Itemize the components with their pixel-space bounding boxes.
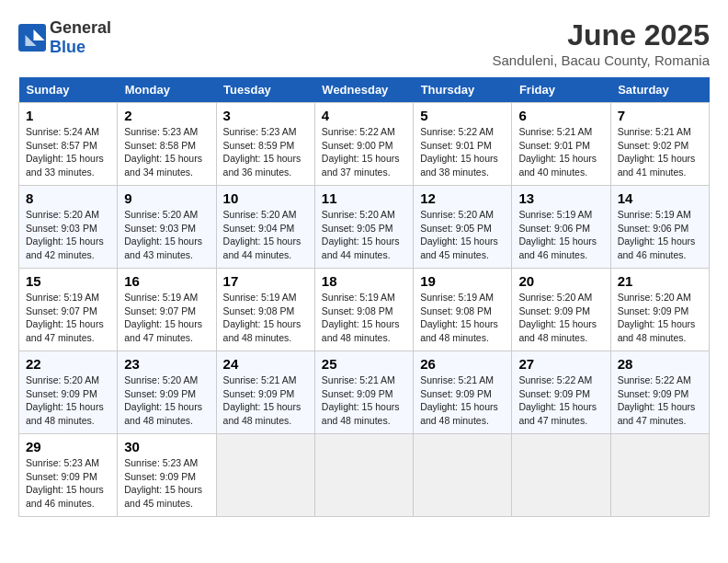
cell-info: Sunrise: 5:22 AMSunset: 9:01 PMDaylight:… [420,125,505,179]
calendar-cell-empty-3-6 [610,434,709,517]
day-header-thursday: Thursday [414,77,512,103]
day-number: 6 [518,108,603,123]
day-header-friday: Friday [512,77,610,103]
day-number: 18 [322,273,406,289]
cell-info: Sunrise: 5:19 AMSunset: 9:08 PMDaylight:… [223,291,308,345]
day-number: 26 [420,356,505,372]
calendar-cell-11: 11Sunrise: 5:20 AMSunset: 9:05 PMDayligh… [314,186,413,269]
calendar-cell-9: 9Sunrise: 5:20 AMSunset: 9:03 PMDaylight… [118,186,216,269]
cell-info: Sunrise: 5:21 AMSunset: 9:09 PMDaylight:… [223,373,308,428]
logo-general: General [50,18,111,37]
day-header-sunday: Sunday [19,77,118,103]
calendar-cell-15: 15Sunrise: 5:19 AMSunset: 9:07 PMDayligh… [19,269,118,351]
calendar-cell-2: 2Sunrise: 5:23 AMSunset: 8:58 PMDaylight… [118,103,216,186]
cell-info: Sunrise: 5:21 AMSunset: 9:01 PMDaylight:… [518,125,603,179]
cell-info: Sunrise: 5:23 AMSunset: 8:58 PMDaylight:… [124,125,209,179]
day-number: 27 [518,356,603,372]
calendar-cell-empty-3-2 [216,434,314,517]
calendar-cell-28: 28Sunrise: 5:22 AMSunset: 9:09 PMDayligh… [610,351,709,434]
cell-info: Sunrise: 5:23 AMSunset: 9:09 PMDaylight:… [26,456,110,511]
day-number: 10 [223,190,308,206]
calendar-cell-1: 1Sunrise: 5:24 AMSunset: 8:57 PMDaylight… [19,103,118,186]
day-number: 30 [124,439,209,454]
day-number: 22 [26,356,110,372]
calendar-cell-26: 26Sunrise: 5:21 AMSunset: 9:09 PMDayligh… [414,351,512,434]
calendar-cell-5: 5Sunrise: 5:22 AMSunset: 9:01 PMDaylight… [414,103,512,186]
calendar-cell-empty-3-5 [512,434,610,517]
calendar-week-1: 8Sunrise: 5:20 AMSunset: 9:03 PMDaylight… [19,186,710,269]
calendar-week-0: 1Sunrise: 5:24 AMSunset: 8:57 PMDaylight… [19,103,710,186]
day-number: 9 [124,190,209,206]
cell-info: Sunrise: 5:20 AMSunset: 9:09 PMDaylight:… [618,291,702,345]
day-number: 28 [618,356,702,372]
logo: General Blue [18,18,111,57]
cell-info: Sunrise: 5:20 AMSunset: 9:05 PMDaylight:… [420,208,505,262]
calendar-cell-6: 6Sunrise: 5:21 AMSunset: 9:01 PMDaylight… [512,103,610,186]
day-number: 12 [420,190,505,206]
calendar-cell-25: 25Sunrise: 5:21 AMSunset: 9:09 PMDayligh… [314,351,413,434]
day-number: 16 [124,273,209,289]
calendar-cell-29: 29Sunrise: 5:23 AMSunset: 9:09 PMDayligh… [19,434,118,517]
day-header-saturday: Saturday [610,77,709,103]
day-number: 8 [26,190,110,206]
calendar-cell-4: 4Sunrise: 5:22 AMSunset: 9:00 PMDaylight… [314,103,413,186]
calendar-week-2: 15Sunrise: 5:19 AMSunset: 9:07 PMDayligh… [19,269,710,351]
calendar-cell-17: 17Sunrise: 5:19 AMSunset: 9:08 PMDayligh… [216,269,314,351]
day-number: 23 [124,356,209,372]
logo-icon [18,24,46,52]
cell-info: Sunrise: 5:21 AMSunset: 9:02 PMDaylight:… [618,125,702,179]
day-number: 13 [518,190,603,206]
day-number: 14 [618,190,702,206]
calendar-cell-30: 30Sunrise: 5:23 AMSunset: 9:09 PMDayligh… [118,434,216,517]
cell-info: Sunrise: 5:20 AMSunset: 9:03 PMDaylight:… [26,208,110,262]
calendar-cell-21: 21Sunrise: 5:20 AMSunset: 9:09 PMDayligh… [610,269,709,351]
cell-info: Sunrise: 5:19 AMSunset: 9:08 PMDaylight:… [420,291,505,345]
cell-info: Sunrise: 5:21 AMSunset: 9:09 PMDaylight:… [420,373,505,428]
cell-info: Sunrise: 5:19 AMSunset: 9:07 PMDaylight:… [124,291,209,345]
calendar-cell-23: 23Sunrise: 5:20 AMSunset: 9:09 PMDayligh… [118,351,216,434]
day-number: 11 [322,190,406,206]
calendar-cell-13: 13Sunrise: 5:19 AMSunset: 9:06 PMDayligh… [512,186,610,269]
day-number: 17 [223,273,308,289]
calendar-header-row: SundayMondayTuesdayWednesdayThursdayFrid… [19,77,710,103]
cell-info: Sunrise: 5:19 AMSunset: 9:07 PMDaylight:… [26,291,110,345]
calendar-cell-12: 12Sunrise: 5:20 AMSunset: 9:05 PMDayligh… [414,186,512,269]
cell-info: Sunrise: 5:20 AMSunset: 9:09 PMDaylight:… [518,291,603,345]
cell-info: Sunrise: 5:23 AMSunset: 9:09 PMDaylight:… [124,456,209,511]
logo-blue: Blue [50,38,85,56]
cell-info: Sunrise: 5:20 AMSunset: 9:04 PMDaylight:… [223,208,308,262]
calendar-cell-18: 18Sunrise: 5:19 AMSunset: 9:08 PMDayligh… [314,269,413,351]
title-area: June 2025 Sanduleni, Bacau County, Roman… [492,18,710,68]
day-number: 7 [618,108,702,123]
calendar-cell-27: 27Sunrise: 5:22 AMSunset: 9:09 PMDayligh… [512,351,610,434]
cell-info: Sunrise: 5:20 AMSunset: 9:05 PMDaylight:… [322,208,406,262]
calendar-cell-10: 10Sunrise: 5:20 AMSunset: 9:04 PMDayligh… [216,186,314,269]
cell-info: Sunrise: 5:20 AMSunset: 9:09 PMDaylight:… [26,373,110,428]
day-number: 5 [420,108,505,123]
cell-info: Sunrise: 5:21 AMSunset: 9:09 PMDaylight:… [322,373,406,428]
cell-info: Sunrise: 5:20 AMSunset: 9:09 PMDaylight:… [124,373,209,428]
cell-info: Sunrise: 5:22 AMSunset: 9:09 PMDaylight:… [518,373,603,428]
month-title: June 2025 [492,18,710,52]
day-header-tuesday: Tuesday [216,77,314,103]
calendar-cell-empty-3-3 [314,434,413,517]
day-number: 4 [322,108,406,123]
cell-info: Sunrise: 5:23 AMSunset: 8:59 PMDaylight:… [223,125,308,179]
cell-info: Sunrise: 5:20 AMSunset: 9:03 PMDaylight:… [124,208,209,262]
page-header: General Blue June 2025 Sanduleni, Bacau … [18,18,710,68]
day-header-monday: Monday [118,77,216,103]
calendar-cell-3: 3Sunrise: 5:23 AMSunset: 8:59 PMDaylight… [216,103,314,186]
day-number: 20 [518,273,603,289]
cell-info: Sunrise: 5:19 AMSunset: 9:06 PMDaylight:… [518,208,603,262]
day-number: 3 [223,108,308,123]
day-number: 29 [26,439,110,454]
day-number: 2 [124,108,209,123]
day-number: 19 [420,273,505,289]
day-number: 15 [26,273,110,289]
calendar-cell-16: 16Sunrise: 5:19 AMSunset: 9:07 PMDayligh… [118,269,216,351]
cell-info: Sunrise: 5:22 AMSunset: 9:00 PMDaylight:… [322,125,406,179]
calendar-cell-8: 8Sunrise: 5:20 AMSunset: 9:03 PMDaylight… [19,186,118,269]
calendar-cell-empty-3-4 [414,434,512,517]
cell-info: Sunrise: 5:24 AMSunset: 8:57 PMDaylight:… [26,125,110,179]
cell-info: Sunrise: 5:19 AMSunset: 9:08 PMDaylight:… [322,291,406,345]
